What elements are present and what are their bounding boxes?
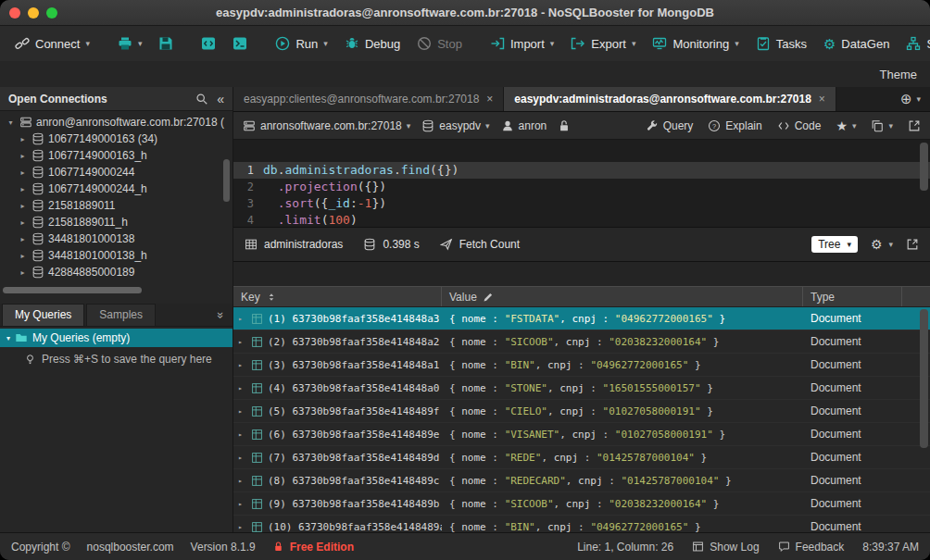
tasks-button[interactable]: Tasks [748,31,814,56]
column-header-value[interactable]: Value [442,287,803,306]
expand-row-icon[interactable]: ▸ [238,407,246,416]
database-item[interactable]: ▸ 34481801000138 [0,230,232,247]
debug-button[interactable]: Debug [337,31,408,56]
view-mode-select[interactable]: Tree ▾ [811,236,858,253]
editor-tab[interactable]: easyapp:clientes@anronsoftware.com.br:27… [233,87,504,111]
collection-tab[interactable]: administradoras [245,238,343,251]
database-item[interactable]: ▸ 10677149000163 (34) [0,131,232,147]
minimize-window-button[interactable] [28,7,39,19]
expand-row-icon[interactable]: ▸ [238,384,246,392]
connection-item[interactable]: ▾ anron@anronsoftware.com.br:27018 ( [0,114,232,131]
zoom-window-button[interactable] [46,7,57,19]
print-button[interactable]: ▾ [110,31,150,56]
sidebar-tab-my-queries[interactable]: My Queries [2,304,84,326]
expand-row-icon[interactable]: ▸ [238,477,246,485]
expand-row-icon[interactable]: ▸ [238,500,246,508]
query-button[interactable]: Query [646,119,694,132]
my-queries-folder[interactable]: ▾ My Queries (empty) [0,329,232,347]
unlock-icon[interactable] [558,119,571,132]
run-button[interactable]: Run ▾ [268,31,334,56]
grid-vertical-scrollbar[interactable] [920,309,928,448]
database-item[interactable]: ▸ 10677149000163_h [0,147,232,164]
tree-vertical-scrollbar[interactable] [223,159,230,202]
column-header-type[interactable]: Type [803,287,902,306]
caret-right-icon[interactable]: ▸ [18,252,28,260]
open-external-icon[interactable] [908,119,921,132]
close-tab-icon[interactable]: × [486,93,493,106]
new-shell-button[interactable] [225,31,255,56]
code-line[interactable]: 2 .projection({}) [233,179,930,195]
close-window-button[interactable] [9,7,20,19]
expand-row-icon[interactable]: ▸ [238,430,246,439]
table-row[interactable]: ▸ (1) 63730b98faaf358e414848a3 { nome : … [233,307,930,330]
caret-right-icon[interactable]: ▸ [18,135,28,143]
export-button[interactable]: Export ▾ [563,31,643,56]
stop-button[interactable]: Stop [409,31,470,56]
caret-right-icon[interactable]: ▸ [18,152,28,160]
expand-results-icon[interactable] [906,238,919,251]
show-log-button[interactable]: Show Log [692,541,759,554]
code-line[interactable]: 4 .limit(100) [233,212,930,227]
table-row[interactable]: ▸ (10) 63730b98faaf358e4148489a { nome :… [233,516,930,532]
more-tabs-icon[interactable]: » [214,312,228,318]
table-row[interactable]: ▸ (3) 63730b98faaf358e414848a1 { nome : … [233,354,930,377]
collapse-panel-icon[interactable]: « [217,93,224,106]
expand-row-icon[interactable]: ▸ [238,454,246,462]
code-line[interactable]: 1 db.administradoras.find({}) [233,162,930,179]
connect-button[interactable]: Connect ▾ [7,31,97,56]
table-row[interactable]: ▸ (4) 63730b98faaf358e414848a0 { nome : … [233,377,930,400]
user-indicator[interactable]: anron [501,119,547,132]
fetch-count-button[interactable]: Fetch Count [440,238,520,251]
caret-right-icon[interactable]: ▸ [18,202,28,210]
caret-right-icon[interactable]: ▸ [18,168,28,177]
database-selector[interactable]: easypdv ▾ [421,119,489,132]
table-row[interactable]: ▸ (9) 63730b98faaf358e4148489b { nome : … [233,492,930,516]
datagen-button[interactable]: ⚙ DataGen [816,32,898,56]
snippets-button[interactable]: ▾ [871,119,893,132]
caret-right-icon[interactable]: ▸ [18,185,28,193]
caret-right-icon[interactable]: ▸ [18,268,28,277]
table-row[interactable]: ▸ (5) 63730b98faaf358e4148489f { nome : … [233,400,930,423]
table-row[interactable]: ▸ (6) 63730b98faaf358e4148489e { nome : … [233,423,930,446]
new-script-button[interactable] [194,31,223,56]
table-row[interactable]: ▸ (2) 63730b98faaf358e414848a2 { nome : … [233,330,930,354]
edition-badge[interactable]: Free Edition [272,541,354,554]
import-button[interactable]: Import ▾ [483,31,561,56]
sidebar-tab-samples[interactable]: Samples [86,304,156,326]
new-tab-button[interactable]: ⊕ [900,91,912,107]
favorites-button[interactable]: ★ ▾ [836,119,856,132]
schema-button[interactable]: Schema ▾ [899,31,930,56]
caret-open-icon[interactable]: ▾ [6,118,16,127]
expand-row-icon[interactable]: ▸ [238,523,246,531]
editor-tab[interactable]: easypdv:administradoras@anronsoftware.co… [504,87,836,111]
tree-horizontal-scrollbar-thumb[interactable] [3,287,142,293]
table-row[interactable]: ▸ (7) 63730b98faaf358e4148489d { nome : … [233,446,930,469]
editor-vertical-scrollbar[interactable] [920,143,928,191]
database-item[interactable]: ▸ 21581889011_h [0,214,232,230]
caret-right-icon[interactable]: ▸ [18,235,28,243]
expand-row-icon[interactable]: ▸ [238,315,246,323]
query-editor[interactable]: 1 db.administradoras.find({}) 2 .project… [233,140,930,227]
theme-menu[interactable]: Theme [880,68,917,81]
code-line[interactable]: 3 .sort({_id:-1}) [233,195,930,212]
search-icon[interactable] [195,93,208,106]
database-item[interactable]: ▸ 10677149000244 [0,164,232,180]
feedback-button[interactable]: Feedback [778,541,845,554]
database-item[interactable]: ▸ 34481801000138_h [0,247,232,264]
server-selector[interactable]: anronsoftware.com.br:27018 ▾ [243,119,410,132]
site-link[interactable]: nosqlbooster.com [87,541,174,554]
expand-row-icon[interactable]: ▸ [238,361,246,369]
close-tab-icon[interactable]: × [819,93,825,106]
database-item[interactable]: ▸ 10677149000244_h [0,180,232,197]
column-header-key[interactable]: Key [233,287,442,306]
caret-right-icon[interactable]: ▸ [18,218,28,227]
database-item[interactable]: ▸ 21581889011 [0,197,232,214]
explain-button[interactable]: ? Explain [708,119,761,132]
monitoring-button[interactable]: Monitoring ▾ [645,31,746,56]
expand-row-icon[interactable]: ▸ [238,338,246,346]
table-row[interactable]: ▸ (8) 63730b98faaf358e4148489c { nome : … [233,469,930,492]
results-settings-button[interactable]: ⚙ ▾ [871,238,893,251]
code-button[interactable]: Code [777,119,822,132]
tab-list-caret-icon[interactable]: ▾ [916,94,921,104]
database-item[interactable]: ▸ 42884885000189 [0,264,232,280]
